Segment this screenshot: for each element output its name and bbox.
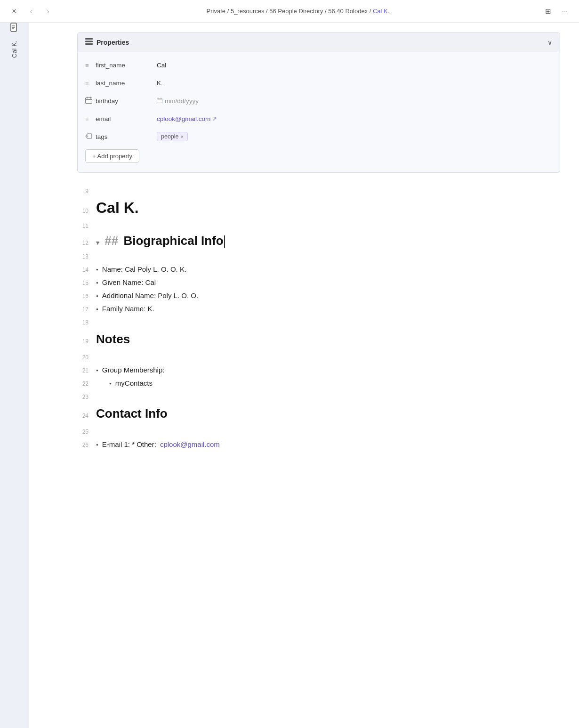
bullet-text-16: Additional Name: Poly L. O. O. [102, 290, 198, 301]
doc-line-15: 15 ● Given Name: Cal [77, 276, 560, 289]
line-content-20 [96, 351, 560, 363]
more-options-button[interactable]: ··· [558, 5, 571, 18]
property-value-birthday[interactable]: mm/dd/yyyy [157, 97, 552, 105]
line-number-18: 18 [77, 319, 96, 326]
text-cursor [224, 235, 225, 248]
svg-point-15 [87, 135, 88, 136]
bullet-dot-16: ● [96, 293, 98, 299]
line-content-26[interactable]: ● E-mail 1: * Other: cplook@gmail.com [96, 439, 560, 450]
doc-line-24: 24 Contact Info [77, 403, 560, 425]
tag-badge-people[interactable]: people × [157, 132, 188, 141]
line-content-12[interactable]: ▾ ## Biographical Info [96, 233, 560, 249]
line-number-11: 11 [77, 223, 96, 229]
doc-line-21: 21 ● Group Membership: [77, 364, 560, 377]
line-number-19: 19 [77, 338, 96, 345]
breadcrumb-current: Cal K. [373, 8, 389, 15]
doc-line-25: 25 [77, 425, 560, 438]
doc-line-20: 20 [77, 350, 560, 364]
line-content-19[interactable]: Notes [96, 330, 560, 349]
date-calendar-icon [157, 97, 162, 105]
property-name-lastname: last_name [96, 80, 157, 87]
property-row-firstname[interactable]: ≡ first_name Cal [78, 56, 560, 74]
doc-line-18: 18 [77, 315, 560, 329]
nav-forward-button[interactable]: › [41, 5, 55, 18]
properties-panel: Properties ∨ ≡ first_name Cal ≡ last_nam… [77, 32, 560, 173]
property-row-tags[interactable]: tags people × [78, 128, 560, 146]
property-row-email[interactable]: ≡ email cplook@gmail.com ↗ [78, 110, 560, 128]
properties-collapse-button[interactable]: ∨ [547, 39, 552, 46]
date-placeholder-text: mm/dd/yyyy [165, 97, 199, 105]
nav-back-button[interactable]: ‹ [24, 5, 38, 18]
top-navigation: × ‹ › Private / 5_resources / 56 People … [0, 0, 579, 23]
document-content: 9 10 Cal K. 11 12 ▾ ## Biographical Info [77, 184, 560, 451]
line-number-14: 14 [77, 267, 96, 273]
line-content-16[interactable]: ● Additional Name: Poly L. O. O. [96, 290, 560, 301]
line-content-11 [96, 220, 560, 231]
doc-line-23: 23 [77, 390, 560, 403]
properties-body: ≡ first_name Cal ≡ last_name K. [78, 52, 560, 172]
doc-line-14: 14 ● Name: Cal Poly L. O. O. K. [77, 263, 560, 276]
external-link-icon: ↗ [212, 116, 217, 122]
svg-rect-6 [85, 43, 93, 45]
line-number-22: 22 [77, 380, 96, 387]
line-number-26: 26 [77, 442, 96, 448]
line-content-10[interactable]: Cal K. [96, 198, 560, 218]
property-icon-birthday [85, 97, 96, 105]
line-content-21[interactable]: ● Group Membership: [96, 364, 560, 376]
line-number-13: 13 [77, 253, 96, 260]
property-value-firstname[interactable]: Cal [157, 62, 552, 69]
property-row-lastname[interactable]: ≡ last_name K. [78, 74, 560, 92]
line-number-10: 10 [77, 208, 96, 214]
bullet-text-15: Given Name: Cal [102, 277, 156, 288]
email-link-26[interactable]: cplook@gmail.com [160, 439, 220, 450]
bullet-text-26-before: E-mail 1: * Other: [102, 439, 156, 450]
bullet-text-21: Group Membership: [102, 364, 165, 376]
properties-title: Properties [96, 39, 129, 46]
bullet-dot-17: ● [96, 307, 98, 313]
property-name-firstname: first_name [96, 62, 157, 69]
nav-close-button[interactable]: × [8, 5, 21, 18]
document-icon[interactable] [8, 21, 21, 34]
doc-line-9: 9 [77, 184, 560, 197]
tag-remove-button[interactable]: × [181, 134, 184, 139]
line-number-15: 15 [77, 280, 96, 286]
line-content-17[interactable]: ● Family Name: K. [96, 303, 560, 315]
property-value-lastname[interactable]: K. [157, 80, 552, 87]
property-icon-firstname: ≡ [85, 62, 96, 69]
line-content-23 [96, 391, 560, 402]
bullet-text-22: myContacts [115, 378, 153, 389]
line-content-9 [96, 185, 560, 196]
bullet-dot-22: ● [109, 381, 112, 387]
section-collapse-toggle[interactable]: ▾ [96, 239, 99, 246]
line-content-24[interactable]: Contact Info [96, 404, 560, 424]
svg-rect-4 [85, 38, 93, 40]
doc-line-22: 22 ● myContacts [77, 377, 560, 390]
property-value-tags[interactable]: people × [157, 132, 552, 141]
heading-bio-text: Biographical Info [123, 234, 223, 248]
svg-rect-5 [85, 41, 93, 42]
doc-line-12: 12 ▾ ## Biographical Info [77, 232, 560, 250]
line-number-21: 21 [77, 367, 96, 374]
line-number-24: 24 [77, 413, 96, 419]
line-content-18 [96, 316, 560, 328]
doc-line-26: 26 ● E-mail 1: * Other: cplook@gmail.com [77, 438, 560, 451]
nav-icons-group: ⊞ ··· [541, 5, 571, 18]
bullet-dot-15: ● [96, 280, 98, 286]
main-content: Properties ∨ ≡ first_name Cal ≡ last_nam… [29, 0, 579, 728]
property-icon-email: ≡ [85, 115, 96, 122]
line-number-9: 9 [77, 188, 96, 194]
property-row-birthday[interactable]: birthday mm/dd/yyyy [78, 92, 560, 110]
property-name-tags: tags [96, 133, 157, 140]
line-number-20: 20 [77, 354, 96, 361]
layout-icon-button[interactable]: ⊞ [541, 5, 555, 18]
line-content-14[interactable]: ● Name: Cal Poly L. O. O. K. [96, 264, 560, 275]
sidebar-tab-label[interactable]: Cal K. [11, 40, 18, 58]
line-content-15[interactable]: ● Given Name: Cal [96, 277, 560, 288]
breadcrumb: Private / 5_resources / 56 People Direct… [58, 8, 538, 15]
property-value-email[interactable]: cplook@gmail.com ↗ [157, 115, 552, 122]
svg-rect-11 [157, 98, 162, 103]
line-number-17: 17 [77, 306, 96, 313]
add-property-button[interactable]: + Add property [85, 149, 139, 163]
line-number-12: 12 [77, 240, 96, 246]
line-content-22[interactable]: ● myContacts [96, 378, 560, 389]
